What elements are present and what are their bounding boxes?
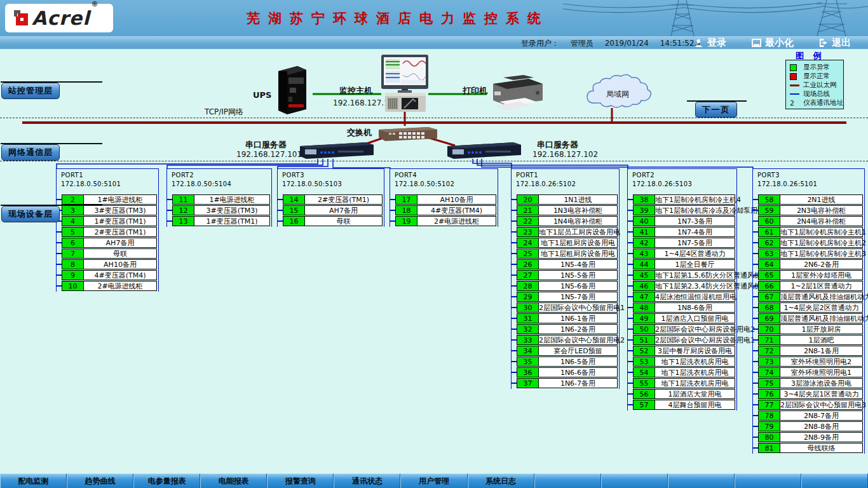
device-row[interactable]: 582N1进线	[758, 194, 863, 205]
device-row[interactable]: 772层国际会议中心预留用电3	[758, 400, 863, 410]
port-label: PORT1	[516, 172, 619, 179]
device-row[interactable]: 481N8-6备用	[633, 302, 735, 313]
device-row[interactable]: 39地下1层制冷机房冷冻及冷却泵用电	[633, 205, 735, 215]
device-row[interactable]: 421N7-5备用	[633, 238, 735, 248]
device-row[interactable]: 321N6-2备用	[517, 324, 618, 334]
device-row[interactable]: 192#电源进线柜	[395, 216, 496, 226]
device-row[interactable]: 221N4电容补偿柜	[517, 216, 618, 226]
device-row[interactable]: 431~4层4区普通动力	[633, 248, 735, 259]
nav-item-8[interactable]: 系统日志	[468, 473, 534, 488]
device-label: 1N6-1备用	[539, 314, 617, 323]
device-row[interactable]: 651层室外冷却塔用电	[758, 270, 863, 280]
port-label: PORT3	[282, 172, 384, 179]
device-row[interactable]: 722N8-1备用	[758, 346, 863, 356]
login-button[interactable]: 登录	[694, 37, 726, 49]
device-row[interactable]: 802N8-9备用	[758, 432, 863, 442]
device-row[interactable]: 24地下1层粗厨房设备用电	[517, 238, 618, 248]
device-row[interactable]: 782N8-7备用	[758, 410, 863, 421]
device-row[interactable]: 502层国际会议中心厨房设备用电2	[633, 324, 735, 334]
device-row[interactable]: 111#电源进线柜	[172, 194, 270, 205]
minimize-button[interactable]: 最小化	[752, 37, 794, 49]
device-row[interactable]: 711层酒吧	[758, 335, 863, 345]
device-row[interactable]: 681~4层夹层2区普通动力	[758, 302, 863, 313]
device-row[interactable]: 81母线联络	[758, 443, 863, 453]
device-row[interactable]: 131#变压器(TM1)	[172, 216, 270, 226]
device-row[interactable]: 55地下1层洗衣机房用电	[633, 378, 735, 388]
device-row[interactable]: 474层泳池恒温恒湿机组用电	[633, 292, 735, 302]
device-row[interactable]: 361N6-6备用	[517, 367, 618, 377]
device-address-badge: 32	[517, 325, 539, 334]
device-row[interactable]: 523层中餐厅厨房设备用电	[633, 346, 735, 356]
next-page-button[interactable]: 下一页	[695, 102, 737, 118]
device-row[interactable]: 102#电源进线柜	[62, 281, 157, 291]
device-row[interactable]: 512层国际会议中心厨房设备用电1	[633, 335, 735, 345]
nav-item-4[interactable]: 电能报表	[200, 473, 267, 488]
device-row[interactable]: 441层全日餐厅	[633, 259, 735, 269]
nav-item-2[interactable]: 趋势曲线	[67, 473, 133, 488]
device-row[interactable]: 23地下1层员工厨房设备用电	[517, 227, 618, 237]
device-address-badge: 63	[759, 249, 780, 258]
device-row[interactable]: 201N1进线	[517, 194, 618, 205]
nav-item-6[interactable]: 通讯状态	[334, 473, 400, 488]
device-row[interactable]: 16母联	[283, 216, 383, 226]
device-row[interactable]: 74室外环境照明用电1	[758, 367, 863, 377]
device-row[interactable]: 17AH10备用	[395, 194, 496, 205]
device-row[interactable]: 661~2层1区普通动力	[758, 281, 863, 291]
device-row[interactable]: 54地下1层洗衣机房用电	[633, 367, 735, 377]
device-row[interactable]: 701层开放厨房	[758, 324, 863, 334]
device-row[interactable]: 69顶层普通风机及排油烟机动力用电2	[758, 313, 863, 323]
device-row[interactable]: 592N3电容补偿柜	[758, 205, 863, 215]
device-row[interactable]: 33#变压器(TM3)	[62, 205, 157, 215]
device-row[interactable]: 261N5-4备用	[517, 259, 618, 269]
device-row[interactable]: 792N8-8备用	[758, 421, 863, 431]
device-row[interactable]: 53地下1层洗衣机房用电	[633, 356, 735, 367]
device-row[interactable]: 291N5-7备用	[517, 292, 618, 302]
device-row[interactable]: 491层酒店入口预留用电	[633, 313, 735, 323]
nav-item-5[interactable]: 报警查询	[267, 473, 334, 488]
device-row[interactable]: 411N7-4备用	[633, 227, 735, 237]
device-row[interactable]: 332层国际会议中心预留用电2	[517, 335, 618, 345]
device-row[interactable]: 211N3电容补偿柜	[517, 205, 618, 215]
nav-item-1[interactable]: 配电监测	[0, 473, 67, 488]
device-row[interactable]: 574层舞台预留用电	[633, 400, 735, 410]
device-row[interactable]: 271N5-5备用	[517, 270, 618, 280]
device-row[interactable]: 46地下1层第2,3,4防火分区普通风机动力	[633, 281, 735, 291]
device-row[interactable]: 41#变压器(TM1)	[62, 216, 157, 226]
device-row[interactable]: 371N6-7备用	[517, 378, 618, 388]
device-row[interactable]: 38地下1层制冷机房制冷主机4	[633, 194, 735, 205]
device-row[interactable]: 52#变压器(TM1)	[62, 227, 157, 237]
device-row[interactable]: 94#变压器(TM4)	[62, 270, 157, 280]
device-row[interactable]: 63地下1层制冷机房制冷主机3	[758, 248, 863, 259]
device-row[interactable]: 62地下1层制冷机房制冷主机2	[758, 238, 863, 248]
nav-item-3[interactable]: 电参量报表	[133, 473, 200, 488]
device-row[interactable]: 561层酒店大堂用电	[633, 389, 735, 399]
device-row[interactable]: 763~4层夹层1区普通动力	[758, 389, 863, 399]
device-row[interactable]: 61地下1层制冷机房制冷主机1	[758, 227, 863, 237]
device-label: 母联	[305, 217, 382, 226]
device-row[interactable]: 142#变压器(TM1)	[283, 194, 383, 205]
device-row[interactable]: 184#变压器(TM4)	[395, 205, 496, 215]
device-row[interactable]: 21#电源进线柜	[62, 194, 157, 205]
device-row[interactable]: 351N6-5备用	[517, 356, 618, 367]
device-row[interactable]: 25地下1层粗厨房设备用电	[517, 248, 618, 259]
exit-button[interactable]: 退出	[818, 37, 851, 49]
device-row[interactable]: 401N7-3备用	[633, 216, 735, 226]
device-row[interactable]: 73室外环境照明用电2	[758, 356, 863, 367]
device-row[interactable]: 15AH7备用	[283, 205, 383, 215]
device-row[interactable]: 123#变压器(TM3)	[172, 205, 270, 215]
device-row[interactable]: 302层国际会议中心预留用电1	[517, 302, 618, 313]
device-row[interactable]: 753层游泳池设备用电	[758, 378, 863, 388]
device-address-badge: 60	[759, 217, 780, 226]
device-row[interactable]: 642N6-2备用	[758, 259, 863, 269]
device-row[interactable]: 45地下1层第1,5,6防火分区普通风机动力	[633, 270, 735, 280]
device-row[interactable]: 34宴会厅LED预留	[517, 346, 618, 356]
device-row[interactable]: 281N5-6备用	[517, 281, 618, 291]
nav-item-7[interactable]: 用户管理	[400, 473, 467, 488]
device-row[interactable]: 8AH10备用	[62, 259, 157, 269]
device-column-3: PORT3172.18.0.50:5103142#变压器(TM1)15AH7备用…	[277, 168, 384, 227]
device-row[interactable]: 7母联	[62, 248, 157, 259]
device-row[interactable]: 6AH7备用	[62, 238, 157, 248]
device-row[interactable]: 67顶层普通风机及排油烟机动力用电1	[758, 292, 863, 302]
device-row[interactable]: 602N4电容补偿柜	[758, 216, 863, 226]
device-row[interactable]: 311N6-1备用	[517, 313, 618, 323]
